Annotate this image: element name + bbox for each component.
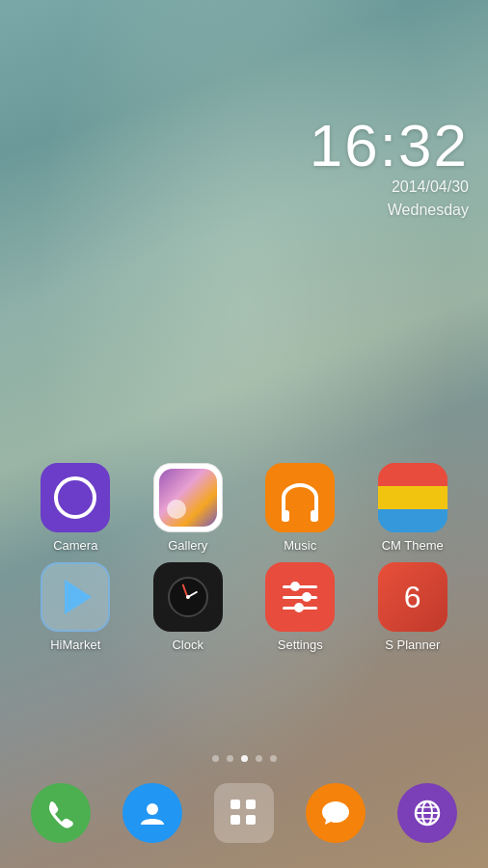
gallery-icon bbox=[153, 463, 223, 532]
camera-icon bbox=[41, 463, 110, 532]
app-row-2: HiMarket Clock bbox=[19, 562, 469, 652]
himarket-icon bbox=[41, 562, 110, 632]
music-icon bbox=[265, 463, 335, 532]
status-clock: 16:32 2014/04/30 Wednesday bbox=[310, 116, 469, 222]
app-camera[interactable]: Camera bbox=[27, 463, 123, 553]
settings-icon bbox=[265, 562, 335, 632]
dock-contacts[interactable] bbox=[122, 783, 182, 843]
splanner-label: S Planner bbox=[385, 637, 440, 652]
messages-icon bbox=[320, 798, 351, 828]
page-dot-1[interactable] bbox=[227, 755, 233, 762]
page-dot-4[interactable] bbox=[270, 755, 277, 762]
page-dot-3[interactable] bbox=[256, 755, 262, 762]
dock-phone[interactable] bbox=[31, 783, 91, 843]
browser-icon bbox=[412, 798, 443, 828]
music-label: Music bbox=[284, 538, 316, 553]
clock-icon bbox=[153, 562, 223, 632]
app-grid: Camera Gallery Music CM Theme bbox=[0, 463, 488, 662]
clock-label: Clock bbox=[172, 637, 203, 652]
dock-messages[interactable] bbox=[306, 783, 366, 843]
cmtheme-icon bbox=[378, 463, 447, 532]
contacts-icon bbox=[137, 798, 168, 828]
date-display: 2014/04/30 Wednesday bbox=[310, 176, 469, 222]
splanner-icon: 6 bbox=[378, 562, 447, 632]
app-music[interactable]: Music bbox=[252, 463, 348, 553]
app-clock[interactable]: Clock bbox=[140, 562, 236, 652]
svg-point-0 bbox=[147, 803, 158, 815]
app-row-1: Camera Gallery Music CM Theme bbox=[19, 463, 469, 553]
day-text: Wednesday bbox=[388, 202, 469, 218]
settings-label: Settings bbox=[278, 637, 323, 652]
app-settings[interactable]: Settings bbox=[252, 562, 348, 652]
page-dot-2[interactable] bbox=[241, 755, 248, 762]
app-himarket[interactable]: HiMarket bbox=[27, 562, 123, 652]
cmtheme-label: CM Theme bbox=[382, 538, 444, 553]
phone-icon bbox=[45, 798, 76, 828]
himarket-label: HiMarket bbox=[50, 637, 100, 652]
time-display: 16:32 bbox=[310, 116, 469, 176]
date-text: 2014/04/30 bbox=[392, 178, 469, 195]
page-dot-0[interactable] bbox=[212, 755, 219, 762]
app-cmtheme[interactable]: CM Theme bbox=[365, 463, 461, 553]
dock-browser[interactable] bbox=[397, 783, 457, 843]
page-indicators bbox=[0, 755, 488, 762]
dock-apps[interactable] bbox=[214, 783, 274, 843]
gallery-label: Gallery bbox=[168, 538, 207, 553]
app-splanner[interactable]: 6 S Planner bbox=[365, 562, 461, 652]
apps-grid-icon bbox=[230, 800, 258, 827]
camera-label: Camera bbox=[53, 538, 97, 553]
bottom-dock bbox=[0, 772, 488, 868]
app-gallery[interactable]: Gallery bbox=[140, 463, 236, 553]
